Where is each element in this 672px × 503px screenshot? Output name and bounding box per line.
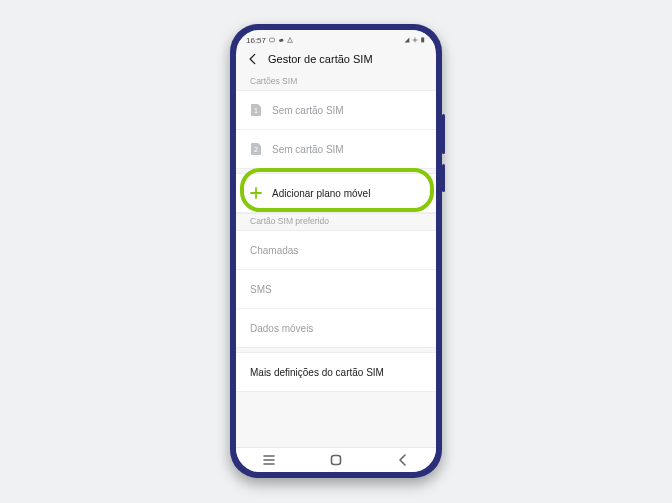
preferred-calls-row[interactable]: Chamadas [236,231,436,270]
recents-icon[interactable] [262,453,276,467]
sim-slot-list: 1 Sem cartão SIM 2 Sem cartão SIM [236,90,436,169]
add-mobile-plan-label: Adicionar plano móvel [272,188,422,199]
card-icon [269,37,275,43]
more-settings-list: Mais definições do cartão SIM [236,352,436,392]
side-button [442,114,445,154]
phone-frame: 16:57 [230,24,442,478]
more-sim-settings-label: Mais definições do cartão SIM [250,367,422,378]
plus-icon [250,187,262,199]
preferred-data-row[interactable]: Dados móveis [236,309,436,347]
svg-rect-4 [422,37,423,38]
cloud-icon [278,37,284,43]
preferred-data-label: Dados móveis [250,323,422,334]
screen: 16:57 [236,30,436,472]
sim-slot-row[interactable]: 1 Sem cartão SIM [236,91,436,130]
app-bar: Gestor de cartão SIM [236,48,436,74]
preferred-calls-label: Chamadas [250,245,422,256]
section-sim-cards-label: Cartões SIM [236,74,436,90]
page-title: Gestor de cartão SIM [268,53,373,65]
nav-back-icon[interactable] [396,453,410,467]
svg-rect-0 [270,38,275,42]
airplane-icon [412,37,418,43]
battery-icon [420,37,426,43]
sim-slot-row[interactable]: 2 Sem cartão SIM [236,130,436,168]
sim-slot-label: Sem cartão SIM [272,144,422,155]
svg-point-2 [280,39,283,42]
sim-card-icon: 2 [250,142,262,156]
back-icon[interactable] [246,52,260,66]
svg-text:1: 1 [254,107,258,114]
signal-icon [404,37,410,43]
preferred-list: Chamadas SMS Dados móveis [236,230,436,348]
android-nav-bar [236,447,436,472]
preferred-sms-label: SMS [250,284,422,295]
preferred-sms-row[interactable]: SMS [236,270,436,309]
sim-slot-label: Sem cartão SIM [272,105,422,116]
section-preferred-label: Cartão SIM preferido [236,214,436,230]
svg-rect-3 [421,38,424,43]
side-button [442,164,445,192]
sim-card-icon: 1 [250,103,262,117]
more-sim-settings-row[interactable]: Mais definições do cartão SIM [236,353,436,391]
status-bar: 16:57 [236,30,436,48]
home-icon[interactable] [329,453,343,467]
svg-rect-7 [331,456,340,465]
svg-text:2: 2 [254,146,258,153]
add-plan-list: Adicionar plano móvel [236,173,436,214]
warning-icon [287,37,293,43]
add-mobile-plan-button[interactable]: Adicionar plano móvel [236,174,436,213]
clock: 16:57 [246,36,266,45]
